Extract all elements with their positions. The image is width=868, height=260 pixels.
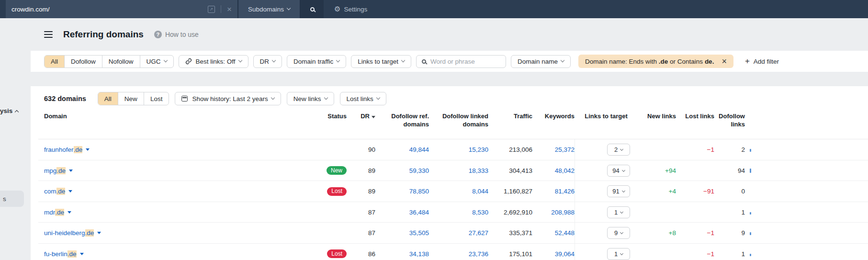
question-icon: ?: [154, 31, 162, 38]
history-sparkline: [750, 169, 751, 173]
col-header-links-to-target[interactable]: Links to target: [575, 112, 638, 120]
dofollow-linked-link[interactable]: 15,230: [469, 146, 488, 153]
table-row: mpg.de New 89 59,330 18,333 304,413 48,0…: [38, 160, 868, 181]
settings-button[interactable]: ⚙ Settings: [334, 0, 367, 18]
keywords-link[interactable]: 25,372: [555, 146, 575, 153]
best-links-button[interactable]: Best links: Off: [179, 55, 248, 68]
domain-caret-icon[interactable]: [69, 170, 73, 172]
dofollow-ref-link[interactable]: 36,484: [409, 209, 429, 216]
show-history-button[interactable]: Show history: Last 2 years: [175, 92, 281, 105]
links-to-target-select[interactable]: 1: [607, 248, 630, 260]
domain-link[interactable]: mpg.de: [44, 167, 73, 174]
chevron-down-icon: [287, 6, 291, 10]
col-header-lost-links[interactable]: Lost links: [676, 112, 714, 120]
lost-links-button[interactable]: Lost links: [340, 92, 386, 105]
links-to-target-select[interactable]: 9: [607, 227, 630, 239]
domain-caret-icon[interactable]: [80, 253, 84, 255]
domain-caret-icon[interactable]: [97, 232, 101, 234]
filter-tab-dofollow[interactable]: Dofollow: [65, 56, 102, 68]
dofollow-links-cell: 1: [714, 250, 745, 258]
search-button[interactable]: [301, 0, 324, 18]
domain-caret-icon[interactable]: [86, 148, 90, 151]
dofollow-ref-cell: 35,505: [375, 229, 429, 237]
domain-link[interactable]: com.de: [44, 188, 72, 195]
links-to-target-select[interactable]: 91: [607, 185, 630, 197]
target-input[interactable]: crowdin.com/ ↗ ×: [6, 0, 238, 18]
domain-caret-icon[interactable]: [68, 211, 71, 214]
spark-cell: [745, 146, 762, 153]
keywords-link[interactable]: 48,042: [555, 167, 575, 174]
dr-filter-button[interactable]: DR: [253, 55, 282, 68]
links-to-target-select[interactable]: 94: [607, 165, 630, 177]
filter-tab-all[interactable]: All: [45, 56, 65, 68]
col-header-dofollow-linked[interactable]: Dofollow linked domains: [429, 112, 488, 128]
word-search-box[interactable]: [416, 55, 506, 68]
target-value[interactable]: crowdin.com/: [11, 6, 208, 13]
links-to-target-filter-button[interactable]: Links to target: [351, 55, 411, 68]
domain-link[interactable]: fu-berlin.de: [44, 250, 84, 258]
dofollow-linked-link[interactable]: 18,333: [469, 167, 488, 174]
keywords-link[interactable]: 52,448: [555, 229, 575, 237]
chevron-down-icon: [238, 58, 242, 62]
col-header-domain[interactable]: Domain: [44, 112, 293, 120]
keywords-link[interactable]: 81,426: [555, 188, 575, 195]
dofollow-linked-link[interactable]: 8,530: [472, 209, 488, 216]
active-filter-chip[interactable]: Domain name: Ends with .de or Contains d…: [578, 55, 733, 68]
col-header-traffic[interactable]: Traffic: [488, 112, 532, 120]
menu-icon[interactable]: [44, 34, 53, 35]
dofollow-ref-link[interactable]: 35,505: [409, 229, 429, 237]
dofollow-ref-link[interactable]: 59,330: [409, 167, 429, 174]
add-filter-button[interactable]: + Add filter: [745, 57, 779, 65]
open-in-new-tab-icon[interactable]: ↗: [208, 6, 215, 13]
lost-links-cell: −1: [676, 146, 714, 153]
domain-link[interactable]: uni-heidelberg.de: [44, 229, 101, 237]
col-header-new-links[interactable]: New links: [638, 112, 676, 120]
chevron-down-icon: [376, 96, 380, 100]
filter-tab-nofollow[interactable]: Nofollow: [102, 56, 140, 68]
table-row: fu-berlin.de Lost 86 34,138 23,736 175,1…: [38, 244, 868, 260]
domain-link[interactable]: fraunhofer.de: [44, 146, 90, 153]
domain-name-filter-button[interactable]: Domain name: [511, 55, 571, 68]
col-header-dr[interactable]: DR: [347, 112, 375, 120]
keywords-cell: 52,448: [532, 229, 575, 237]
col-header-status[interactable]: Status: [293, 112, 347, 120]
domain-link[interactable]: mdr.de: [44, 209, 71, 216]
mode-dropdown[interactable]: Subdomains: [238, 0, 301, 18]
sidebar-item-partial[interactable]: s: [0, 191, 24, 207]
domain-caret-icon[interactable]: [68, 190, 72, 192]
domain-cell: uni-heidelberg.de: [44, 229, 293, 237]
sidebar-item-label: s: [3, 195, 6, 203]
links-to-target-select[interactable]: 2: [607, 144, 630, 156]
how-to-use-link[interactable]: ? How to use: [154, 31, 199, 38]
status-tab-lost[interactable]: Lost: [144, 92, 169, 105]
history-sparkline: [750, 254, 751, 256]
keywords-link[interactable]: 39,064: [555, 250, 575, 258]
dofollow-linked-link[interactable]: 27,627: [469, 229, 488, 237]
dofollow-ref-link[interactable]: 78,850: [409, 188, 429, 195]
filter-tab-ugc[interactable]: UGC: [140, 56, 173, 68]
new-links-cell: +4: [638, 188, 676, 195]
status-tab-new[interactable]: New: [118, 92, 144, 105]
dofollow-linked-cell: 23,736: [429, 250, 488, 258]
dr-cell: 90: [347, 146, 375, 153]
col-header-keywords[interactable]: Keywords: [532, 112, 575, 120]
dr-cell: 87: [347, 209, 375, 216]
col-header-dofollow-links[interactable]: Dofollow links: [714, 112, 745, 128]
dofollow-linked-link[interactable]: 8,044: [472, 188, 488, 195]
links-to-target-select[interactable]: 1: [607, 206, 630, 218]
chevron-down-icon: [163, 58, 167, 62]
dofollow-ref-link[interactable]: 34,138: [409, 250, 429, 258]
status-tab-all[interactable]: All: [98, 92, 118, 105]
word-search-input[interactable]: [430, 58, 497, 65]
keywords-cell: 81,426: [532, 188, 575, 195]
keywords-cell: 208,988: [532, 209, 575, 216]
sidebar-section-partial[interactable]: ysis: [0, 107, 19, 114]
clear-input-icon[interactable]: ×: [227, 5, 232, 13]
new-links-button[interactable]: New links: [287, 92, 334, 105]
keywords-link[interactable]: 208,988: [551, 209, 575, 216]
col-header-dofollow-ref[interactable]: Dofollow ref. domains: [375, 112, 429, 128]
remove-filter-icon[interactable]: ×: [721, 57, 727, 66]
dofollow-ref-link[interactable]: 49,844: [409, 146, 429, 153]
domain-traffic-filter-button[interactable]: Domain traffic: [287, 55, 346, 68]
dofollow-linked-link[interactable]: 23,736: [469, 250, 488, 258]
